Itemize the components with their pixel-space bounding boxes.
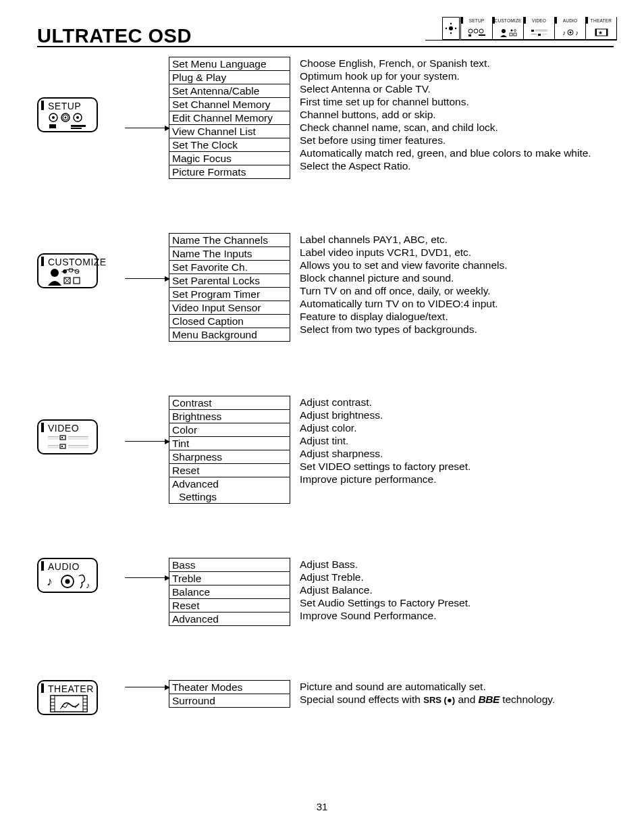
menu-desc: Adjust color. (300, 421, 614, 434)
svg-text:♪: ♪ (47, 575, 53, 588)
menu-item: Settings (169, 490, 290, 503)
svg-rect-14 (514, 33, 516, 36)
svg-point-39 (51, 269, 59, 277)
svg-rect-15 (531, 30, 534, 32)
menu-desc: Adjust sharpness. (300, 447, 614, 460)
menu-desc (300, 486, 614, 498)
setup-icon (44, 111, 93, 130)
menu-item: Set Channel Memory (169, 97, 290, 111)
menu-desc: Select the Aspect Ratio. (300, 159, 614, 172)
svg-rect-50 (68, 438, 88, 440)
svg-point-12 (514, 29, 516, 31)
svg-rect-27 (606, 29, 608, 36)
menu-item: Reset (169, 463, 290, 477)
svg-point-2 (450, 32, 452, 34)
section-customize: CUSTOMIZEName The ChannelsName The Input… (37, 233, 614, 342)
menu-desc: Optimum hook up for your system. (300, 70, 614, 82)
menu-box: Set Menu LanguagePlug & PlaySet Antenna/… (169, 57, 290, 179)
menu-desc: Special sound effects with SRS (●) and B… (300, 693, 614, 706)
svg-rect-20 (542, 34, 547, 34)
svg-text:♪: ♪ (86, 581, 90, 590)
svg-point-6 (474, 29, 478, 33)
video-icon (524, 25, 554, 39)
arrow-icon (125, 687, 169, 687)
arrow-icon (125, 577, 169, 578)
menu-item: Surround (169, 694, 290, 707)
section-audio: AUDIO♪♪BassTrebleBalanceResetAdvancedAdj… (37, 558, 614, 626)
tab-theater: THEATER ★ (585, 17, 616, 39)
menu-item: Name The Inputs (169, 246, 290, 260)
svg-rect-57 (48, 445, 59, 446)
svg-rect-49 (68, 436, 88, 438)
tab-setup: SETUP (461, 17, 492, 39)
menu-desc: Adjust brightness. (300, 409, 614, 421)
menu-box: ContrastBrightnessColorTintSharpnessRese… (169, 396, 290, 504)
menu-desc: Block channel picture and sound. (300, 271, 614, 284)
menu-item: Name The Channels (169, 234, 290, 246)
svg-rect-46 (74, 278, 80, 284)
menu-desc: Allows you to set and view favorite chan… (300, 259, 614, 271)
svg-rect-17 (535, 31, 547, 32)
menu-item: Reset (169, 598, 290, 612)
menu-desc: Improve Sound Performance. (300, 609, 614, 622)
svg-rect-9 (479, 34, 485, 36)
section-theater: THEATERTheater ModesSurroundPicture and … (37, 680, 614, 715)
svg-rect-58 (48, 447, 59, 448)
svg-rect-56 (68, 447, 88, 448)
menu-desc: Channel buttons, add or skip. (300, 108, 614, 121)
setup-icon-frame: SETUP (37, 97, 98, 132)
svg-rect-16 (535, 30, 547, 30)
toolbar-film-icon (442, 17, 460, 40)
icon-title: SETUP (44, 101, 81, 111)
icon-title: VIDEO (44, 423, 79, 434)
customize-icon (44, 267, 93, 286)
svg-point-35 (76, 116, 79, 119)
menu-item: Treble (169, 571, 290, 585)
menu-item: Video Input Sensor (169, 301, 290, 314)
page-title: ULTRATEC OSD (37, 25, 192, 47)
svg-rect-38 (71, 128, 82, 129)
menu-desc: Adjust Bass. (300, 558, 614, 571)
svg-rect-52 (48, 438, 59, 440)
menu-item: Set Favorite Ch. (169, 260, 290, 273)
svg-point-61 (65, 579, 70, 584)
menu-desc: Adjust Balance. (300, 583, 614, 596)
header: ULTRATEC OSD SETUP CUSTOMIZE (37, 20, 614, 47)
svg-text:♪: ♪ (575, 29, 579, 36)
svg-point-1 (450, 23, 452, 24)
menu-item: Advanced (169, 612, 290, 625)
menu-desc: Select Antenna or Cable TV. (300, 82, 614, 95)
svg-point-30 (52, 116, 55, 119)
tab-audio: AUDIO ♪♪ (554, 17, 585, 39)
svg-point-41 (69, 268, 73, 272)
svg-rect-55 (68, 445, 88, 446)
audio-icon: ♪♪ (44, 572, 93, 591)
menu-desc: Adjust tint. (300, 434, 614, 447)
menu-item: Set Parental Locks (169, 273, 290, 287)
setup-icon (461, 25, 492, 39)
menu-item: Tint (169, 436, 290, 450)
section-setup: SETUPSet Menu LanguagePlug & PlaySet Ant… (37, 57, 614, 179)
menu-box: Name The ChannelsName The InputsSet Favo… (169, 233, 290, 342)
svg-point-10 (502, 29, 506, 33)
menu-item: Plug & Play (169, 70, 290, 84)
menu-box: Theater ModesSurround (169, 680, 290, 708)
menu-desc: Check channel name, scan, and child lock… (300, 121, 614, 134)
menu-desc: Label video inputs VCR1, DVD1, etc. (300, 246, 614, 259)
svg-rect-51 (48, 436, 59, 438)
svg-rect-13 (510, 33, 512, 36)
menu-item: Set Program Timer (169, 287, 290, 301)
menu-item: Color (169, 423, 290, 436)
svg-point-5 (468, 29, 473, 33)
menu-item: Theater Modes (169, 681, 290, 694)
section-video: VIDEOContrastBrightnessColorTintSharpnes… (37, 396, 614, 504)
video-icon-frame: VIDEO (37, 419, 98, 454)
menu-item: Bass (169, 558, 290, 571)
menu-desc: Feature to display dialogue/text. (300, 310, 614, 323)
menu-item: Contrast (169, 396, 290, 409)
svg-point-4 (455, 28, 456, 29)
theater-icon: ★ (586, 25, 616, 39)
theater-icon (44, 694, 93, 713)
svg-rect-19 (531, 34, 537, 34)
menu-item: Set The Clock (169, 138, 290, 151)
